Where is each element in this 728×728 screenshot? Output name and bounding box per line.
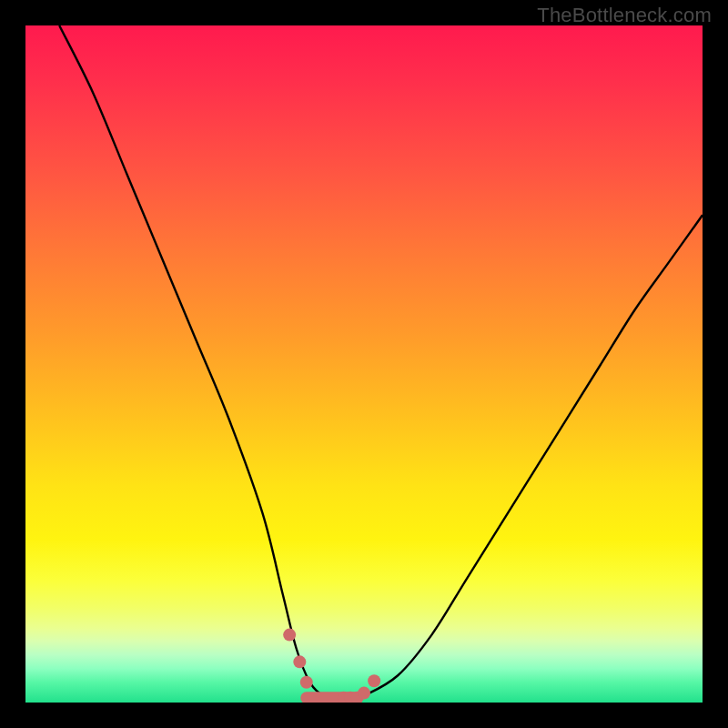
curve-layer: [25, 25, 703, 703]
watermark-text: TheBottleneck.com: [537, 4, 712, 27]
plot-area: [25, 25, 703, 703]
trough-marker: [300, 676, 313, 689]
trough-marker: [368, 674, 380, 687]
trough-marker: [283, 629, 296, 642]
trough-marker: [293, 655, 306, 668]
trough-marker: [358, 687, 370, 700]
chart-frame: TheBottleneck.com: [0, 0, 728, 728]
bottleneck-curve: [59, 25, 703, 700]
